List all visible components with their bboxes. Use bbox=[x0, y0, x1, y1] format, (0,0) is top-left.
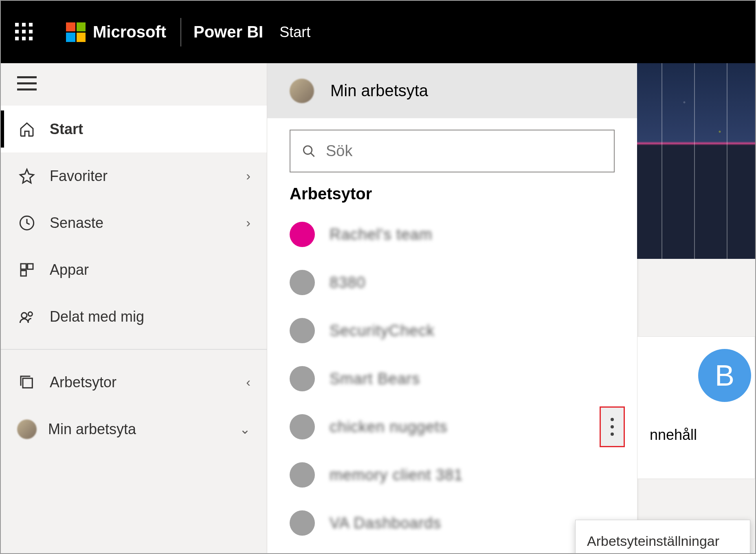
shared-icon bbox=[17, 307, 37, 327]
page-title: Start bbox=[279, 24, 310, 41]
flyout-title: Min arbetsyta bbox=[330, 82, 428, 100]
workspace-avatar-icon bbox=[290, 318, 315, 343]
svg-rect-0 bbox=[17, 76, 37, 78]
sidebar-item-label: Arbetsytor bbox=[50, 374, 116, 391]
workspace-avatar-icon bbox=[290, 366, 315, 391]
flyout-header[interactable]: Min arbetsyta bbox=[267, 63, 637, 118]
context-menu: Arbetsyteinställningar Arbetsyteåtkomst bbox=[575, 520, 750, 554]
sidebar-item-label: Appar bbox=[50, 261, 89, 278]
svg-rect-4 bbox=[21, 264, 26, 269]
app-header: Microsoft Power BI Start bbox=[1, 1, 755, 63]
search-box[interactable] bbox=[290, 130, 615, 172]
avatar-icon bbox=[290, 79, 314, 103]
search-input[interactable] bbox=[326, 142, 602, 160]
sidebar-item-arbetsytor[interactable]: Arbetsytor ‹ bbox=[1, 359, 267, 406]
workspace-name: SecurityCheck bbox=[330, 322, 435, 340]
microsoft-logo-icon bbox=[66, 22, 86, 42]
content-card[interactable]: B nnehåll bbox=[637, 336, 755, 479]
suite-label: Power BI bbox=[193, 23, 263, 41]
workspace-list: Rachel's team 8380 SecurityCheck Smart B… bbox=[267, 210, 637, 547]
sidebar-item-label: Start bbox=[50, 121, 83, 138]
workspace-flyout: Min arbetsyta Arbetsytor Rachel's team 8… bbox=[267, 63, 637, 553]
sidebar-item-start[interactable]: Start bbox=[1, 106, 267, 152]
workspace-avatar-icon bbox=[290, 222, 315, 247]
sidebar-item-label: Min arbetsyta bbox=[48, 421, 136, 438]
workspace-avatar-icon bbox=[290, 510, 315, 536]
card-caption: nnehåll bbox=[637, 426, 697, 444]
workspace-name: chicken nuggets bbox=[330, 418, 448, 436]
workspaces-icon bbox=[17, 373, 37, 392]
svg-rect-1 bbox=[17, 82, 37, 84]
sidebar-item-delat[interactable]: Delat med mig bbox=[1, 293, 267, 340]
hero-image bbox=[637, 63, 755, 259]
star-icon bbox=[17, 166, 37, 186]
sidebar-item-favoriter[interactable]: Favoriter › bbox=[1, 152, 267, 199]
workspace-item[interactable]: memory client 381 bbox=[267, 451, 637, 499]
sidebar: Start Favoriter › Senaste › App bbox=[1, 63, 267, 553]
workspace-item[interactable]: chicken nuggets bbox=[267, 403, 637, 451]
chevron-down-icon: ⌄ bbox=[240, 422, 251, 437]
card-avatar-icon: B bbox=[698, 349, 751, 402]
svg-rect-5 bbox=[28, 264, 33, 269]
workspace-item[interactable]: SecurityCheck bbox=[267, 307, 637, 355]
sidebar-item-min-arbetsyta[interactable]: Min arbetsyta ⌄ bbox=[1, 406, 267, 452]
home-icon bbox=[17, 119, 37, 139]
workspace-name: Smart Bears bbox=[330, 370, 420, 388]
workspace-avatar-icon bbox=[290, 270, 315, 295]
hamburger-icon bbox=[17, 75, 37, 92]
workspace-item[interactable]: Rachel's team bbox=[267, 210, 637, 258]
workspace-name: memory client 381 bbox=[330, 466, 463, 484]
more-options-button[interactable] bbox=[600, 406, 625, 447]
workspace-name: VA Dashboards bbox=[330, 514, 441, 532]
chevron-right-icon: › bbox=[246, 168, 251, 183]
dot-icon bbox=[611, 433, 614, 436]
svg-point-8 bbox=[28, 312, 32, 316]
hamburger-button[interactable] bbox=[1, 63, 267, 106]
sidebar-item-appar[interactable]: Appar bbox=[1, 246, 267, 293]
workspace-avatar-icon bbox=[290, 414, 315, 439]
apps-icon bbox=[17, 260, 37, 280]
svg-point-7 bbox=[22, 313, 27, 318]
brand-label: Microsoft bbox=[93, 23, 166, 41]
chevron-left-icon: ‹ bbox=[246, 375, 251, 390]
sidebar-item-label: Senaste bbox=[50, 214, 103, 232]
workspace-name: 8380 bbox=[330, 274, 366, 291]
svg-rect-9 bbox=[23, 378, 32, 388]
workspace-item[interactable]: 8380 bbox=[267, 258, 637, 307]
chevron-right-icon: › bbox=[246, 215, 251, 230]
sidebar-item-label: Favoriter bbox=[50, 168, 108, 185]
svg-point-10 bbox=[303, 146, 312, 154]
workspace-avatar-icon bbox=[290, 462, 315, 488]
workspace-item[interactable]: Smart Bears bbox=[267, 355, 637, 403]
clock-icon bbox=[17, 213, 37, 233]
dot-icon bbox=[611, 418, 614, 421]
header-divider bbox=[180, 18, 181, 46]
workspace-name: Rachel's team bbox=[330, 226, 433, 243]
flyout-section-title: Arbetsytor bbox=[267, 182, 637, 210]
sidebar-separator bbox=[1, 349, 267, 350]
svg-rect-6 bbox=[21, 270, 26, 276]
search-icon bbox=[302, 143, 316, 159]
dot-icon bbox=[611, 425, 614, 428]
svg-rect-2 bbox=[17, 88, 37, 90]
sidebar-item-senaste[interactable]: Senaste › bbox=[1, 199, 267, 246]
menu-item-settings[interactable]: Arbetsyteinställningar bbox=[576, 524, 750, 554]
sidebar-item-label: Delat med mig bbox=[50, 308, 144, 325]
avatar-icon bbox=[17, 419, 37, 439]
app-launcher-icon[interactable] bbox=[15, 23, 33, 41]
